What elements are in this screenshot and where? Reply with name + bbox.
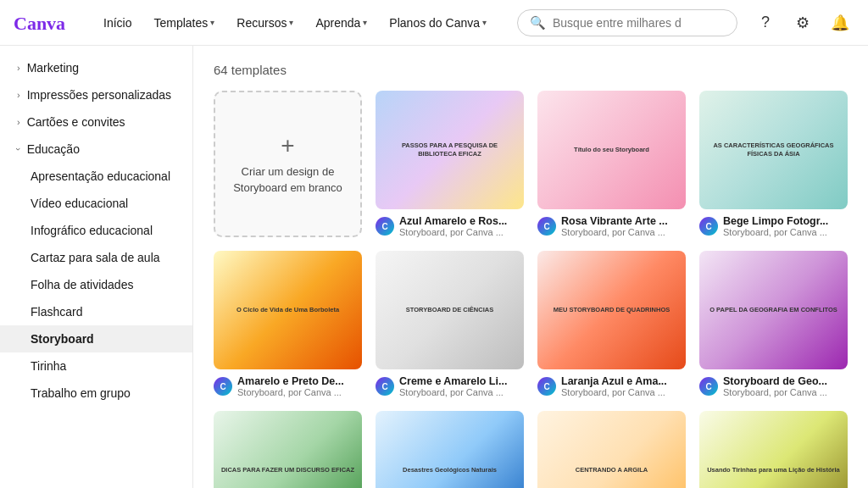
nav-inicio[interactable]: Início [95,11,140,35]
sidebar-item-tirinha[interactable]: Tirinha [0,352,192,380]
sidebar-item-flashcard[interactable]: Flashcard [0,298,192,325]
search-input[interactable] [553,16,725,30]
template-thumbnail: Desastres Geológicos Naturais [376,411,524,488]
card-subtitle: Storyboard, por Canva ... [723,387,827,397]
chevron-down-icon: ▾ [482,18,487,27]
main-layout: › Marketing › Impressões personalizadas … [0,46,868,488]
template-count: 64 templates [214,63,848,77]
nav-recursos[interactable]: Recursos ▾ [228,11,302,35]
template-thumbnail: AS CARACTERÍSTICAS GEOGRÁFICAS FÍSICAS D… [699,91,848,209]
sidebar: › Marketing › Impressões personalizadas … [0,46,193,488]
help-button[interactable]: ? [751,8,780,37]
template-card[interactable]: Desastres Geológicos Naturais C Desastre… [376,411,524,488]
chevron-right-icon: › [17,63,20,73]
template-card[interactable]: O PAPEL DA GEOGRAFIA EM CONFLITOS C Stor… [699,251,848,397]
template-card[interactable]: O Ciclo de Vida de Uma Borboleta C Amare… [214,251,362,397]
template-card[interactable]: STORYBOARD DE CIÊNCIAS C Creme e Amarelo… [376,251,524,397]
card-title: Storyboard de Geo... [723,375,827,387]
sidebar-item-trabalho[interactable]: Trabalho em grupo [0,380,192,407]
template-thumbnail: CENTRANDO A ARGILA [537,411,686,488]
canva-logo-small: C [376,377,394,396]
sidebar-item-apresentacao[interactable]: Apresentação educacional [0,163,192,190]
templates-grid: + Criar um design de Storyboard em branc… [214,91,848,488]
template-thumbnail: STORYBOARD DE CIÊNCIAS [376,251,524,369]
canva-logo-small: C [537,217,556,236]
card-meta: C Azul Amarelo e Ros... Storyboard, por … [376,215,524,237]
card-meta: C Storyboard de Geo... Storyboard, por C… [699,375,848,397]
card-title: Amarelo e Preto De... [237,375,344,387]
card-title: Laranja Azul e Ama... [561,375,667,387]
template-card[interactable]: DICAS PARA FAZER UM DISCURSO EFICAZ C Di… [214,411,362,488]
canva-logo-small: C [699,377,718,396]
settings-button[interactable]: ⚙ [788,8,817,37]
nav-aprenda[interactable]: Aprenda ▾ [307,11,376,35]
card-subtitle: Storyboard, por Canva ... [561,227,668,237]
card-meta: C Bege Limpo Fotogr... Storyboard, por C… [699,215,848,237]
sidebar-item-video[interactable]: Vídeo educacional [0,190,192,217]
sidebar-item-marketing[interactable]: › Marketing [0,54,192,81]
card-subtitle: Storyboard, por Canva ... [399,387,507,397]
canva-logo[interactable]: Canva [14,11,81,35]
card-subtitle: Storyboard, por Canva ... [723,227,828,237]
card-subtitle: Storyboard, por Canva ... [237,387,344,397]
create-blank-card[interactable]: + Criar um design de Storyboard em branc… [214,91,362,237]
sidebar-item-folha[interactable]: Folha de atividades [0,271,192,298]
canva-logo-small: C [699,217,718,236]
template-card[interactable]: MEU STORYBOARD DE QUADRINHOS C Laranja A… [537,251,686,397]
chevron-down-icon: ▾ [210,18,214,27]
canva-logo-small: C [214,377,232,396]
canva-logo-small: C [376,217,394,236]
template-thumbnail: PASSOS PARA A PESQUISA DE BIBLIOTECA EFI… [376,91,524,209]
canva-logo-small: C [537,377,556,396]
top-navigation: Canva Início Templates ▾ Recursos ▾ Apre… [0,0,868,46]
sidebar-item-cartaz[interactable]: Cartaz para sala de aula [0,244,192,271]
svg-text:Canva: Canva [14,13,65,34]
card-title: Bege Limpo Fotogr... [723,215,828,227]
plus-icon: + [281,132,294,159]
template-thumbnail: DICAS PARA FAZER UM DISCURSO EFICAZ [214,411,362,488]
template-thumbnail: MEU STORYBOARD DE QUADRINHOS [537,251,686,369]
card-meta: C Rosa Vibrante Arte ... Storyboard, por… [537,215,686,237]
nav-icon-group: ? ⚙ 🔔 [751,8,854,37]
template-thumbnail: Usando Tirinhas para uma Lição de Histór… [699,411,848,488]
sidebar-item-infografico[interactable]: Infográfico educacional [0,217,192,244]
chevron-down-icon: ▾ [363,18,367,27]
chevron-right-icon: › [17,90,20,100]
template-card[interactable]: Usando Tirinhas para uma Lição de Histór… [699,411,848,488]
template-card[interactable]: Título do seu Storyboard C Rosa Vibrante… [537,91,686,237]
card-title: Azul Amarelo e Ros... [399,215,507,227]
sidebar-item-storyboard[interactable]: Storyboard [0,325,192,352]
card-meta: C Amarelo e Preto De... Storyboard, por … [214,375,362,397]
template-thumbnail: O Ciclo de Vida de Uma Borboleta [214,251,362,369]
notifications-button[interactable]: 🔔 [826,8,854,37]
sidebar-item-cartoes[interactable]: › Cartões e convites [0,108,192,136]
card-subtitle: Storyboard, por Canva ... [561,387,667,397]
sidebar-item-educacao[interactable]: › Educação [0,136,192,163]
create-card-label: Criar um design de Storyboard em branco [229,164,347,195]
card-title: Rosa Vibrante Arte ... [561,215,668,227]
nav-templates[interactable]: Templates ▾ [145,11,223,35]
template-card[interactable]: PASSOS PARA A PESQUISA DE BIBLIOTECA EFI… [376,91,524,237]
card-title: Creme e Amarelo Li... [399,375,507,387]
template-thumbnail: Título do seu Storyboard [537,91,686,209]
sidebar-item-impressoes[interactable]: › Impressões personalizadas [0,81,192,108]
nav-planos[interactable]: Planos do Canva ▾ [381,11,495,35]
search-bar[interactable]: 🔍 [517,9,737,36]
template-card[interactable]: CENTRANDO A ARGILA C Centrando a Argila.… [537,411,686,488]
chevron-down-icon: › [14,147,24,151]
main-content: 64 templates + Criar um design de Storyb… [193,46,868,488]
chevron-right-icon: › [17,117,20,127]
card-subtitle: Storyboard, por Canva ... [399,227,507,237]
template-card[interactable]: AS CARACTERÍSTICAS GEOGRÁFICAS FÍSICAS D… [699,91,848,237]
card-meta: C Laranja Azul e Ama... Storyboard, por … [537,375,686,397]
search-icon: 🔍 [530,15,546,30]
card-meta: C Creme e Amarelo Li... Storyboard, por … [376,375,524,397]
chevron-down-icon: ▾ [289,18,293,27]
template-thumbnail: O PAPEL DA GEOGRAFIA EM CONFLITOS [699,251,848,369]
